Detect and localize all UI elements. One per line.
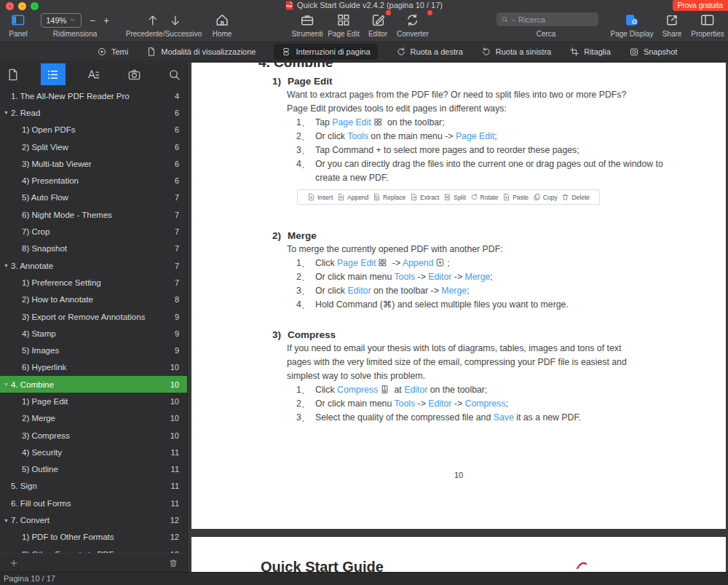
embedded-toolbar-split: Split xyxy=(443,193,466,201)
outline-item[interactable]: 5) Images9 xyxy=(0,342,187,358)
search-input[interactable] xyxy=(518,15,594,24)
outline-item[interactable]: 2) How to Annotate8 xyxy=(0,291,187,308)
sidebar-tab-search[interactable] xyxy=(162,63,187,85)
panel-button[interactable]: Panel xyxy=(9,12,28,38)
outline-item[interactable]: 4) Security11 xyxy=(0,444,187,460)
share-button[interactable]: Share xyxy=(662,12,682,38)
outline-item[interactable]: 1. The All-New PDF Reader Pro4 xyxy=(0,87,187,104)
subtab-interruzioni-di-pagina[interactable]: Interruzioni di pagina xyxy=(274,44,377,60)
outline-item[interactable]: 6) Hyperlink10 xyxy=(0,359,187,376)
magnifier-icon xyxy=(501,15,509,23)
doc-text: Or click xyxy=(315,286,347,296)
doc-link[interactable]: Compress xyxy=(465,398,506,409)
zoom-level-select[interactable]: 149% xyxy=(41,13,82,28)
outline-item[interactable]: 4) Presentation6 xyxy=(0,172,187,189)
outline-item[interactable]: 3) Compress10 xyxy=(0,427,187,444)
doc-link[interactable]: Page Edit xyxy=(332,117,371,127)
doc-link[interactable]: Page Edit xyxy=(456,131,494,141)
page-edit-grid-icon xyxy=(373,117,383,127)
doc-link[interactable]: Compress xyxy=(337,385,378,395)
next-page-arrow-down-icon[interactable] xyxy=(168,14,181,27)
outline-item[interactable]: 5) Outline11 xyxy=(0,461,187,478)
rotate-icon xyxy=(470,193,478,201)
subtab-ruota-a-sinistra[interactable]: Ruota a sinistra xyxy=(481,44,551,60)
sidebar-tab-outline[interactable] xyxy=(41,63,66,85)
outline-item[interactable]: ▼3. Annotate7 xyxy=(0,257,187,274)
page-display-button[interactable]: Page Display xyxy=(611,12,654,38)
compress-icon xyxy=(380,385,389,394)
doc-link[interactable]: Save xyxy=(494,412,514,423)
outline-item[interactable]: ▼7. Convert12 xyxy=(0,511,187,528)
outline-item[interactable]: 1) Page Edit10 xyxy=(0,393,187,409)
embedded-toolbar-insert: Insert xyxy=(307,193,333,201)
outline-item[interactable]: 3) Export or Remove Annotations9 xyxy=(0,308,187,325)
properties-button[interactable]: Properties xyxy=(691,12,724,38)
doc-link[interactable]: Tools xyxy=(394,398,415,409)
embedded-toolbar-extract: Extract xyxy=(410,193,439,201)
pdf-viewer[interactable]: 4. Combine 1)Page EditWant to extract pa… xyxy=(189,63,728,572)
tools-button[interactable]: Strumenti xyxy=(292,12,323,38)
outline-item[interactable]: 1) Preference Setting7 xyxy=(0,274,187,291)
subtab-snapshot[interactable]: Snapshot xyxy=(629,44,677,60)
disclosure-triangle-icon[interactable]: ▼ xyxy=(4,263,11,268)
page-edit-button[interactable]: Page Edit xyxy=(328,12,359,38)
outline-item[interactable]: ▼4. Combine10 xyxy=(0,376,187,393)
doc-link[interactable]: Editor xyxy=(428,272,451,282)
disclosure-triangle-icon[interactable]: ▼ xyxy=(4,110,11,115)
delete-icon xyxy=(561,193,569,201)
outline-item[interactable]: 1) Open PDFs6 xyxy=(0,122,187,138)
outline-item[interactable]: 4) Stamp9 xyxy=(0,325,187,342)
doc-link[interactable]: Merge xyxy=(441,286,467,296)
doc-link[interactable]: Editor xyxy=(428,398,451,409)
converter-button[interactable]: Converter xyxy=(397,12,429,38)
outline-item[interactable]: 5) Auto Flow7 xyxy=(0,189,187,206)
doc-text: Or click main menu xyxy=(315,272,394,282)
disclosure-triangle-icon[interactable]: ▼ xyxy=(4,382,11,387)
delete-outline-button[interactable] xyxy=(168,558,178,568)
sidebar-tab-annotations[interactable] xyxy=(81,63,106,85)
search-options-chevron-icon[interactable]: ⌄ xyxy=(511,16,516,23)
outline-item[interactable]: 5. Sign11 xyxy=(0,478,187,495)
editor-button[interactable]: Editor xyxy=(368,12,387,38)
subtab-temi[interactable]: Temi xyxy=(97,44,128,60)
subtab-ritaglia[interactable]: Ritaglia xyxy=(569,44,611,60)
doc-link[interactable]: Append xyxy=(403,258,433,268)
doc-text: -> xyxy=(415,398,428,409)
outline-item-label: 4) Presentation xyxy=(22,176,175,185)
outline-item-page: 11 xyxy=(171,499,179,508)
view-mode-icon xyxy=(146,47,157,57)
doc-link[interactable]: Tools xyxy=(394,272,415,282)
outline-item[interactable]: 2) Other Formats to PDFs12 xyxy=(0,546,187,553)
outline-item[interactable]: 3) Multi-tab Viewer6 xyxy=(0,155,187,172)
zoom-in-button[interactable]: + xyxy=(103,13,109,28)
outline-item[interactable]: 6) Night Mode - Themes7 xyxy=(0,206,187,223)
outline-item[interactable]: ▼2. Read6 xyxy=(0,104,187,121)
disclosure-triangle-icon[interactable]: ▼ xyxy=(4,518,11,523)
outline-item[interactable]: 2) Split View6 xyxy=(0,138,187,155)
doc-link[interactable]: Page Edit xyxy=(337,258,376,268)
subtab-modalit-di-visualizzazione[interactable]: Modalità di visualizzazione xyxy=(146,44,256,60)
sidebar-tab-snapshots[interactable] xyxy=(122,63,147,85)
subtab-ruota-a-destra[interactable]: Ruota a destra xyxy=(396,44,463,60)
sidebar-tab-thumbnails[interactable] xyxy=(0,63,25,85)
pdf-page-10: 4. Combine 1)Page EditWant to extract pa… xyxy=(191,63,726,529)
outline-item[interactable]: 2) Merge10 xyxy=(0,410,187,427)
previous-page-arrow-up-icon[interactable] xyxy=(146,14,159,27)
search-field[interactable]: ⌄ xyxy=(496,12,598,26)
home-button[interactable]: Home xyxy=(213,12,232,38)
outline-item[interactable]: 1) PDF to Other Formats12 xyxy=(0,529,187,546)
doc-link[interactable]: Tools xyxy=(347,131,368,141)
outline-item[interactable]: 7) Crop7 xyxy=(0,223,187,240)
add-outline-button[interactable] xyxy=(9,558,19,568)
outline-item[interactable]: 6. Fill out Forms11 xyxy=(0,495,187,511)
embedded-toolbar-copy: Copy xyxy=(533,193,558,201)
zoom-out-button[interactable]: − xyxy=(90,13,95,28)
doc-link[interactable]: Editor xyxy=(347,286,371,296)
properties-icon xyxy=(700,12,715,28)
trial-badge[interactable]: Prova gratuita xyxy=(673,0,728,11)
doc-link[interactable]: Merge xyxy=(465,272,491,282)
doc-link[interactable]: Editor xyxy=(404,385,427,395)
outline-item-page: 7 xyxy=(175,227,179,236)
doc-section-merge: 2)MergeTo merge the currently opened PDF… xyxy=(191,228,726,312)
outline-item[interactable]: 8) Snapshot7 xyxy=(0,240,187,257)
